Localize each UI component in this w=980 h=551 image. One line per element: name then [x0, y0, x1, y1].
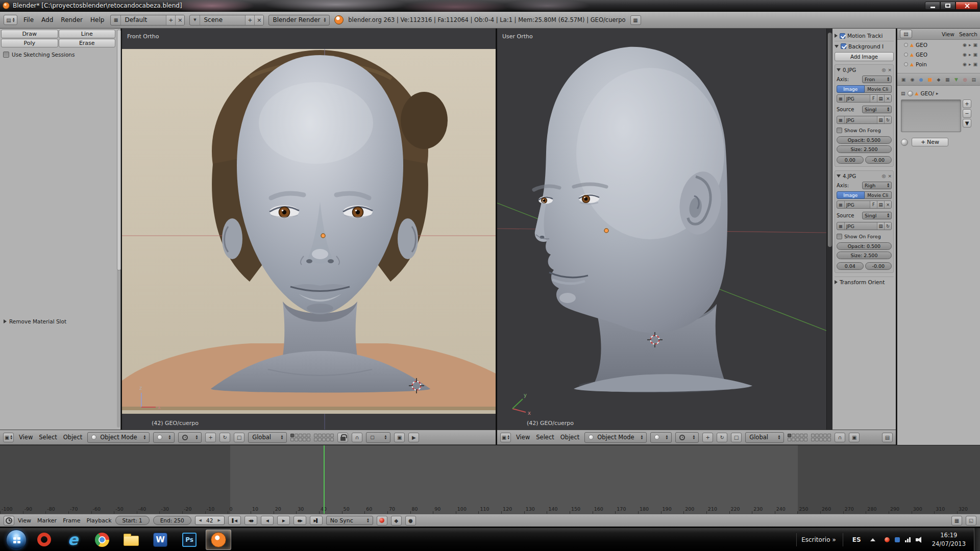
tab-image[interactable]: Image — [837, 191, 865, 199]
source-select[interactable]: Singl — [862, 212, 892, 219]
desktop-toolbar-label[interactable]: Escritorio — [801, 536, 830, 543]
current-frame-playhead[interactable] — [324, 445, 325, 514]
preview-add-button[interactable]: + — [963, 99, 971, 108]
tab-material-icon[interactable]: ◎ — [962, 76, 968, 83]
tab-world-icon[interactable]: ● — [918, 76, 924, 83]
orientation-select[interactable]: Global — [745, 432, 784, 443]
pin-icon[interactable] — [901, 91, 905, 96]
minimize-button[interactable] — [925, 2, 940, 10]
play-reverse-button[interactable] — [261, 516, 274, 525]
render-toggle-icon[interactable]: ▣ — [973, 42, 977, 47]
network-icon[interactable] — [905, 537, 911, 542]
image-datablock-row[interactable]: JPG F — [837, 201, 892, 209]
frame-decrement-icon[interactable]: ◀ — [199, 518, 202, 522]
remove-material-slot-panel[interactable]: Remove Material Slot — [4, 318, 66, 324]
manipulator-scale-icon[interactable]: □ — [234, 433, 244, 442]
show-on-foreground-row[interactable]: Show On Foreg — [837, 232, 892, 241]
tab-texture-icon[interactable]: ▤ — [971, 76, 977, 83]
tab-image[interactable]: Image — [837, 85, 865, 93]
size-field[interactable]: Size: 2.500 — [837, 252, 892, 259]
snap-element-select[interactable]: ▢ — [366, 432, 390, 443]
visibility-icon[interactable]: ◉ — [963, 62, 967, 67]
taskbar-app-photoshop[interactable]: Ps — [177, 530, 202, 550]
tab-scene-icon[interactable]: ◉ — [909, 76, 915, 83]
view-axis-icon[interactable] — [882, 174, 886, 179]
expand-toggle-icon[interactable] — [904, 53, 908, 57]
hidden-icons-chevron[interactable] — [870, 538, 875, 541]
add-image-button[interactable]: Add Image — [835, 52, 894, 61]
manipulator-scale-icon[interactable]: □ — [731, 433, 742, 442]
opacity-slider[interactable]: Opacit: 0.500 — [837, 136, 892, 144]
render-toggle-icon[interactable]: ▣ — [973, 52, 977, 57]
add-layout-button[interactable] — [166, 15, 175, 25]
window-layout-icon[interactable] — [630, 15, 641, 25]
menu-item[interactable]: Add — [41, 16, 53, 23]
language-indicator[interactable]: ES — [852, 536, 861, 543]
layers-grid[interactable] — [290, 434, 310, 441]
fake-user-button[interactable]: F — [870, 95, 877, 102]
taskbar-app-explorer[interactable] — [118, 530, 144, 550]
timeline-track[interactable]: -100-90-80-70-60-50-40-30-20-10010203040… — [0, 445, 980, 514]
mode-select[interactable]: Object Mode — [87, 432, 150, 443]
tool-shelf-scrollbar[interactable] — [117, 30, 120, 428]
viewport-menu-item[interactable]: Object — [560, 434, 579, 441]
viewport-scrollbar[interactable] — [826, 29, 832, 430]
viewport-menu-item[interactable]: View — [516, 434, 530, 441]
viewport-menu-item[interactable]: Object — [63, 434, 82, 441]
pivot-select[interactable] — [178, 432, 202, 443]
viewport-menu-item[interactable]: Select — [536, 434, 554, 441]
menu-item[interactable]: Render — [61, 16, 83, 23]
sketching-sessions-checkbox[interactable] — [3, 52, 9, 58]
view-axis-icon[interactable] — [882, 68, 886, 72]
resize-corner-icon[interactable]: ◱ — [966, 516, 976, 525]
selectable-icon[interactable]: ▸ — [969, 42, 971, 47]
previous-keyframe-button[interactable] — [244, 516, 257, 525]
snap-magnet-icon[interactable]: ∩ — [835, 433, 845, 442]
record-button[interactable] — [377, 516, 387, 525]
foreground-checkbox[interactable] — [837, 128, 842, 133]
outliner-view-menu[interactable]: View — [942, 31, 954, 37]
reload-icon[interactable] — [884, 222, 891, 230]
background-images-checkbox[interactable] — [841, 43, 846, 49]
taskbar-app-opera[interactable] — [31, 530, 57, 550]
start-button[interactable] — [6, 530, 27, 550]
taskbar-app-word[interactable]: W — [148, 530, 173, 550]
unlink-icon[interactable] — [884, 201, 891, 208]
keying-set-icon[interactable]: ◆ — [391, 516, 402, 525]
layers-grid[interactable] — [788, 434, 807, 441]
end-frame-field[interactable]: End: 250 — [153, 516, 191, 525]
remove-image-icon[interactable] — [888, 174, 892, 179]
render-toggle-icon[interactable]: ▣ — [973, 62, 977, 67]
image-file-row[interactable]: JPG — [837, 222, 892, 230]
browse-folder-icon[interactable] — [877, 116, 884, 123]
browse-folder-icon[interactable] — [877, 222, 884, 230]
visibility-icon[interactable]: ◉ — [963, 42, 967, 47]
tab-object-icon[interactable]: ■ — [927, 76, 933, 83]
editor-type-icon[interactable] — [3, 433, 14, 442]
taskbar-app-blender[interactable] — [206, 530, 231, 550]
maximize-button[interactable] — [940, 2, 955, 10]
fake-user-button[interactable]: F — [870, 201, 877, 208]
viewport-menu-item[interactable]: View — [19, 434, 33, 441]
panel-transform-orientations[interactable]: Transform Orient — [835, 277, 894, 287]
3d-viewport-front[interactable]: z x Front Ortho (42) GEO/cuerpo — [122, 29, 496, 430]
visibility-icon[interactable]: ◉ — [963, 52, 967, 57]
taskbar-app-internet-explorer[interactable]: e — [60, 530, 86, 550]
offset-x-field[interactable]: 0.04 — [837, 262, 864, 270]
tab-movie-clip[interactable]: Movie Cli — [865, 191, 892, 199]
outliner-item[interactable]: ▲ Poin ◉ ▸ ▣ — [897, 59, 980, 69]
shading-select[interactable] — [650, 432, 672, 443]
menu-item[interactable]: File — [23, 16, 34, 23]
editor-type-icon[interactable] — [4, 516, 14, 525]
screen-layout-selector[interactable]: Default — [110, 15, 185, 26]
app-tray-icon[interactable] — [895, 537, 900, 542]
snap-magnet-icon[interactable]: ∩ — [352, 433, 362, 442]
delete-layout-button[interactable] — [175, 15, 184, 25]
editor-type-icon[interactable] — [4, 15, 17, 25]
expand-toggle-icon[interactable] — [904, 62, 908, 66]
toolbar-overflow-chevron[interactable]: » — [832, 536, 836, 543]
pack-icon[interactable] — [877, 201, 884, 208]
preview-remove-button[interactable]: − — [963, 109, 971, 118]
timeline-ruler[interactable]: -100-90-80-70-60-50-40-30-20-10010203040… — [0, 505, 980, 514]
mode-select[interactable]: Object Mode — [584, 432, 647, 443]
